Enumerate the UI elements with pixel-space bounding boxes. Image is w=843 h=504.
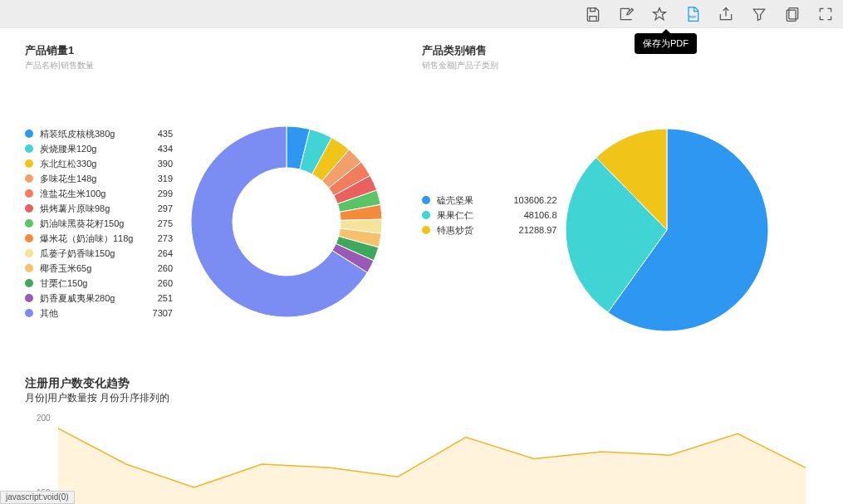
panel2-pie-chart[interactable]	[563, 126, 771, 334]
legend-value: 7307	[140, 308, 173, 318]
filter-icon[interactable]	[750, 5, 768, 23]
legend-value: 299	[140, 188, 173, 198]
panel3-subtitle: 月份|用户数量按 月份升序排列的	[25, 391, 818, 405]
legend-value: 48106.8	[499, 210, 557, 220]
legend-item[interactable]: 淮盐花生米100g299	[25, 186, 173, 201]
dashboard-content: 产品销量1 产品名称|销售数量 精装纸皮核桃380g435炭烧腰果120g434…	[0, 28, 843, 504]
legend-item[interactable]: 瓜蒌子奶香味150g264	[25, 246, 173, 261]
panel2-title: 产品类别销售	[422, 43, 819, 58]
legend-dot	[25, 130, 33, 138]
legend-name: 精装纸皮核桃380g	[40, 128, 140, 140]
legend-value: 297	[140, 203, 173, 213]
pdf-icon[interactable]: PDF	[684, 5, 702, 23]
panel1-subtitle: 产品名称|销售数量	[25, 60, 422, 71]
panel-product-sales: 产品销量1 产品名称|销售数量 精装纸皮核桃380g435炭烧腰果120g434…	[25, 43, 422, 359]
legend-dot	[422, 226, 430, 234]
legend-value: 21288.97	[499, 225, 557, 235]
legend-dot	[25, 234, 33, 242]
legend-dot	[25, 294, 33, 302]
legend-name: 爆米花（奶油味）118g	[40, 232, 140, 245]
legend-dot	[25, 189, 33, 198]
legend-dot	[25, 174, 33, 183]
panel1-donut-chart[interactable]	[191, 126, 382, 317]
legend-name: 奶香夏威夷果280g	[40, 292, 140, 305]
legend-item[interactable]: 磕壳坚果103606.22	[422, 193, 557, 208]
legend-name: 炭烧腰果120g	[40, 143, 140, 155]
panel2-legend: 磕壳坚果103606.22果果仁仁48106.8特惠炒货21288.97	[422, 193, 557, 237]
legend-name: 烘烤薯片原味98g	[40, 203, 140, 215]
ylabel-200: 200	[37, 413, 51, 423]
share-icon[interactable]	[717, 5, 735, 23]
legend-item[interactable]: 烘烤薯片原味98g297	[25, 201, 173, 216]
legend-item[interactable]: 奶油味黑葵花籽150g275	[25, 216, 173, 231]
legend-item[interactable]: 椰香玉米65g260	[25, 261, 173, 276]
legend-item[interactable]: 多味花生148g319	[25, 171, 173, 186]
legend-dot	[25, 249, 33, 257]
legend-dot	[25, 279, 33, 287]
legend-name: 磕壳坚果	[437, 194, 499, 207]
legend-name: 甘栗仁150g	[40, 277, 140, 290]
edit-icon[interactable]	[617, 5, 635, 23]
panel3-area-chart[interactable]: 200 150	[25, 413, 818, 504]
legend-dot	[25, 219, 33, 228]
panel2-subtitle: 销售金额|产品子类别	[422, 60, 819, 71]
legend-dot	[422, 211, 430, 219]
legend-name: 淮盐花生米100g	[40, 188, 140, 200]
legend-item[interactable]: 其他7307	[25, 306, 173, 321]
panel1-legend: 精装纸皮核桃380g435炭烧腰果120g434东北红松330g390多味花生1…	[25, 126, 173, 321]
legend-value: 264	[140, 248, 173, 258]
legend-name: 其他	[40, 307, 140, 320]
legend-value: 390	[140, 159, 173, 169]
legend-name: 多味花生148g	[40, 173, 140, 185]
panel1-title: 产品销量1	[25, 43, 422, 58]
legend-item[interactable]: 甘栗仁150g260	[25, 276, 173, 291]
legend-item[interactable]: 果果仁仁48106.8	[422, 208, 557, 223]
legend-item[interactable]: 爆米花（奶油味）118g273	[25, 231, 173, 246]
legend-name: 瓜蒌子奶香味150g	[40, 247, 140, 260]
svg-text:PDF: PDF	[689, 15, 697, 19]
status-bar: javascript:void(0)	[0, 491, 75, 504]
legend-value: 434	[140, 144, 173, 154]
legend-name: 特惠炒货	[437, 224, 499, 237]
legend-dot	[25, 309, 33, 317]
copy-icon[interactable]	[783, 5, 801, 23]
legend-item[interactable]: 精装纸皮核桃380g435	[25, 126, 173, 141]
legend-name: 奶油味黑葵花籽150g	[40, 218, 140, 230]
legend-item[interactable]: 炭烧腰果120g434	[25, 141, 173, 156]
legend-value: 260	[140, 263, 173, 273]
legend-dot	[25, 144, 33, 153]
legend-value: 260	[140, 278, 173, 288]
legend-value: 275	[140, 218, 173, 228]
favorite-icon[interactable]	[650, 5, 669, 23]
legend-dot	[25, 159, 33, 168]
legend-value: 435	[140, 129, 173, 139]
panel-user-trend: 注册用户数变化趋势 月份|用户数量按 月份升序排列的 200 150	[25, 375, 818, 504]
legend-item[interactable]: 特惠炒货21288.97	[422, 223, 557, 237]
pdf-tooltip: 保存为PDF	[635, 33, 697, 54]
fullscreen-icon[interactable]	[816, 5, 835, 23]
legend-dot	[25, 204, 33, 213]
toolbar: PDF	[0, 0, 843, 28]
legend-dot	[422, 196, 430, 204]
save-icon[interactable]	[584, 5, 602, 23]
legend-item[interactable]: 奶香夏威夷果280g251	[25, 291, 173, 306]
legend-value: 319	[140, 174, 173, 183]
legend-name: 东北红松330g	[40, 158, 140, 170]
panel-category-sales: 产品类别销售 销售金额|产品子类别 磕壳坚果103606.22果果仁仁48106…	[422, 43, 819, 359]
legend-value: 251	[140, 293, 173, 303]
panel3-title: 注册用户数变化趋势	[25, 375, 818, 391]
legend-name: 果果仁仁	[437, 209, 499, 222]
legend-name: 椰香玉米65g	[40, 262, 140, 275]
legend-value: 273	[140, 233, 173, 243]
legend-dot	[25, 264, 33, 272]
legend-item[interactable]: 东北红松330g390	[25, 156, 173, 171]
legend-value: 103606.22	[499, 195, 557, 205]
